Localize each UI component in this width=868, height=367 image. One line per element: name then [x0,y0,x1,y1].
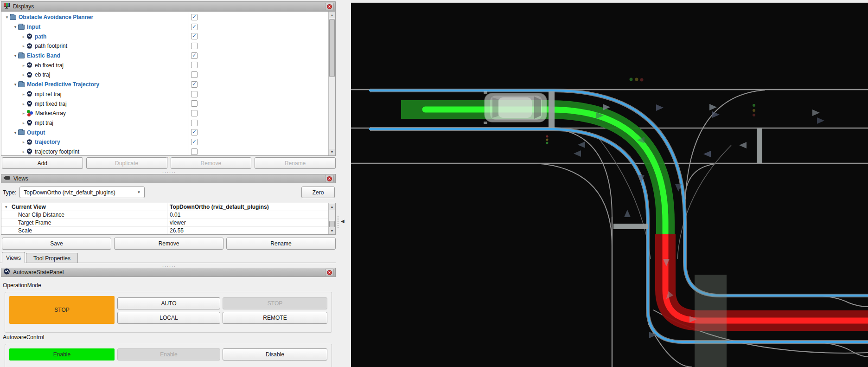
map-canvas[interactable] [351,0,868,367]
tree-item-trajectory[interactable]: ▸trajectory✓ [1,137,328,147]
autoware-close-button[interactable]: ✕ [325,269,334,276]
stop-button[interactable]: STOP [223,297,327,309]
expand-arrow-icon[interactable]: ▾ [13,25,18,29]
scrollbar-thumb[interactable] [329,221,335,227]
save-button[interactable]: Save [2,238,111,250]
operation-mode-state-indicator: STOP [9,296,115,324]
checkbox-eb-fixed-traj[interactable] [191,62,198,68]
tab-views[interactable]: Views [2,252,25,263]
splitter-handle[interactable]: ······ [153,171,185,174]
checkbox-eb-traj[interactable] [191,71,198,78]
duplicate-button[interactable]: Duplicate [86,157,167,169]
property-value[interactable]: 0.01 [167,212,180,218]
zero-button[interactable]: Zero [301,187,335,198]
expand-arrow-icon[interactable]: ▸ [21,72,26,77]
property-row-current-view[interactable]: ▾Current ViewTopDownOrtho (rviz_default_… [1,203,335,211]
expand-arrow-icon[interactable]: ▸ [21,34,26,39]
panel-splitter[interactable] [338,216,338,228]
scroll-down-icon[interactable]: ▼ [329,228,335,234]
operation-mode-label: OperationMode [3,282,41,289]
tree-item-model-predictive-trajectory[interactable]: ▾Model Predictive Trajectory✓ [1,80,328,90]
local-button[interactable]: LOCAL [117,312,220,324]
checkbox-mpt-ref-traj[interactable] [191,91,198,97]
tree-item-mpt-traj[interactable]: ▸mpt traj [1,118,328,128]
expand-arrow-icon[interactable]: ▾ [5,205,7,209]
tree-item-path-footprint[interactable]: ▸path footprint [1,41,328,51]
expand-arrow-icon[interactable]: ▾ [4,15,10,19]
checkbox-path[interactable]: ✓ [191,33,198,39]
tree-item-output[interactable]: ▾Output✓ [1,128,328,137]
displays-buttons: Add Duplicate Remove Rename [2,157,336,169]
tab-tool-properties[interactable]: Tool Properties [26,253,78,263]
view-type-row: Type: TopDownOrtho (rviz_default_plugins… [3,187,145,198]
rename-view-button[interactable]: Rename [226,238,336,250]
expand-arrow-icon[interactable]: ▸ [21,92,26,97]
remove-button[interactable]: Remove [171,157,252,169]
scrollbar-thumb[interactable] [329,19,335,77]
disable-button[interactable]: Disable [223,348,327,361]
monitor-icon [3,2,10,10]
properties-scrollbar[interactable]: ▲ ▼ [328,203,335,234]
displays-close-button[interactable]: ✕ [325,3,334,10]
checkbox-trajectory[interactable]: ✓ [191,139,198,145]
tree-item-markerarray[interactable]: ▸MarkerArray [1,109,328,118]
checkbox-elastic-band[interactable]: ✓ [191,52,198,59]
tree-item-obstacle-avoidance-planner[interactable]: ▾Obstacle Avoidance Planner✓ [1,13,328,22]
folder-icon [18,82,25,87]
remote-button[interactable]: REMOTE [223,312,327,324]
displays-tree-scrollbar[interactable]: ▲ ▼ [328,12,335,155]
render-viewport[interactable] [351,0,868,367]
expand-arrow-icon[interactable]: ▸ [21,121,26,125]
autoware-control-label: AutowareControl [3,334,44,341]
expand-arrow-icon[interactable]: ▸ [21,149,26,154]
autoware-state-panel-header[interactable]: AutowareStatePanel ✕ [1,268,336,277]
checkbox-mpt-traj[interactable] [191,120,198,126]
tree-item-elastic-band[interactable]: ▾Elastic Band✓ [1,51,328,61]
displays-panel-header[interactable]: Displays ✕ [1,1,336,11]
add-button[interactable]: Add [2,157,83,169]
tree-item-path[interactable]: ▸path✓ [1,32,328,41]
tree-item-eb-fixed-traj[interactable]: ▸eb fixed traj [1,60,328,70]
checkbox-input[interactable]: ✓ [191,24,198,30]
expand-arrow-icon[interactable]: ▾ [13,82,18,87]
tree-item-eb-traj[interactable]: ▸eb traj [1,70,328,80]
expand-arrow-icon[interactable]: ▾ [13,53,18,58]
tree-item-input[interactable]: ▾Input✓ [1,22,328,32]
view-type-dropdown[interactable]: TopDownOrtho (rviz_default_plugins) ▼ [19,187,145,198]
property-row-target-frame[interactable]: Target Frameviewer [1,219,335,227]
scroll-down-icon[interactable]: ▼ [329,149,335,155]
tree-item-label: mpt fixed traj [35,101,67,107]
property-row-scale[interactable]: Scale26.55 [1,227,335,235]
checkbox-mpt-fixed-traj[interactable] [191,100,198,107]
remove-view-button[interactable]: Remove [114,238,223,250]
checkbox-trajectory-footprint[interactable] [191,148,198,155]
expand-arrow-icon[interactable]: ▾ [13,130,18,135]
views-panel-header[interactable]: Views ✕ [1,174,336,183]
views-close-button[interactable]: ✕ [325,175,334,182]
checkbox-path-footprint[interactable] [191,43,198,49]
operation-mode-group: STOP AUTO STOP LOCAL REMOTE [5,292,332,333]
enable-button[interactable]: Enable [117,348,220,361]
panel-collapse-arrow[interactable]: ◀ [341,219,345,224]
expand-arrow-icon[interactable]: ▸ [21,63,26,68]
checkbox-output[interactable]: ✓ [191,129,198,135]
expand-arrow-icon[interactable]: ▸ [21,140,26,144]
property-row-near-clip-distance[interactable]: Near Clip Distance0.01 [1,211,335,219]
checkbox-model-predictive-trajectory[interactable]: ✓ [191,81,198,88]
property-value[interactable]: 26.55 [167,227,184,234]
tree-item-mpt-fixed-traj[interactable]: ▸mpt fixed traj [1,99,328,109]
tree-item-mpt-ref-traj[interactable]: ▸mpt ref traj [1,90,328,99]
checkbox-markerarray[interactable] [191,110,198,116]
property-value[interactable]: TopDownOrtho (rviz_default_plugins) [167,204,269,210]
autoware-control-group: Enable Enable Disable [5,344,332,367]
checkbox-obstacle-avoidance-planner[interactable]: ✓ [191,14,198,20]
expand-arrow-icon[interactable]: ▸ [21,102,26,106]
auto-button[interactable]: AUTO [117,297,220,309]
expand-arrow-icon[interactable]: ▸ [21,44,26,48]
scroll-up-icon[interactable]: ▲ [329,204,335,210]
autoware-display-icon [26,72,32,78]
expand-arrow-icon[interactable]: ▸ [21,111,26,116]
property-value[interactable]: viewer [167,219,186,226]
scroll-up-icon[interactable]: ▲ [329,12,335,18]
rename-button[interactable]: Rename [255,157,336,169]
